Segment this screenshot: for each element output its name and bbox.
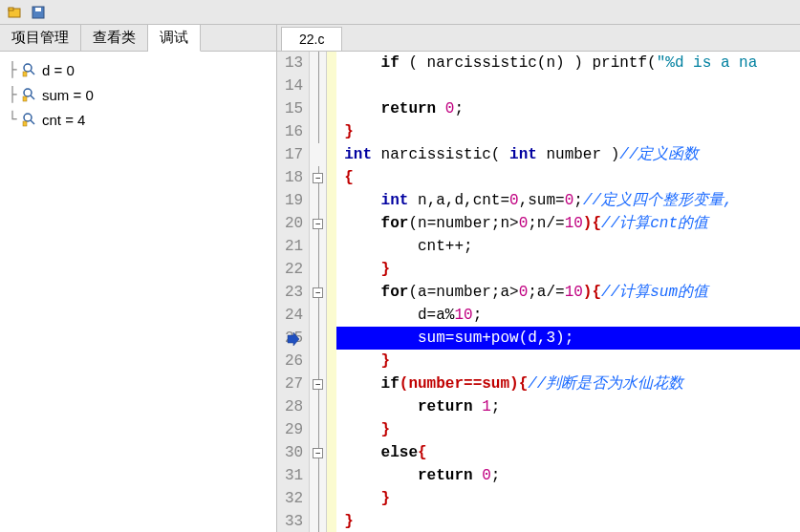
fold-toggle-icon[interactable]: −	[313, 379, 323, 390]
code-line[interactable]: return 0;	[336, 464, 800, 487]
breakpoint-cell[interactable]	[327, 97, 336, 120]
tab-class[interactable]: 查看类	[81, 25, 148, 51]
svg-line-11	[31, 120, 34, 124]
breakpoint-cell[interactable]	[327, 189, 336, 212]
code-line[interactable]: if ( narcissistic(n) ) printf("%d is a n…	[336, 52, 800, 74]
line-number: 25	[285, 327, 303, 350]
fold-cell	[310, 487, 326, 510]
watch-label: cnt = 4	[42, 112, 85, 128]
fold-cell	[310, 258, 326, 281]
watch-icon	[21, 86, 38, 103]
fold-toggle-icon[interactable]: −	[313, 448, 323, 458]
code-area[interactable]: if ( narcissistic(n) ) printf("%d is a n…	[336, 52, 800, 532]
code-line[interactable]: int n,a,d,cnt=0,sum=0;//定义四个整形变量,	[336, 189, 800, 212]
fold-cell	[310, 350, 326, 372]
editor-panel: 22.c 13141516171819202122232425262728293…	[277, 25, 800, 532]
code-line[interactable]: for(a=number;a>0;a/=10){//计算sum的值	[336, 281, 800, 304]
fold-cell	[310, 235, 326, 258]
line-number: 24	[285, 304, 303, 327]
line-number: 15	[285, 97, 303, 120]
breakpoint-cell[interactable]	[327, 212, 336, 235]
fold-cell	[310, 327, 326, 350]
code-line[interactable]: }	[336, 510, 800, 532]
fold-cell	[310, 189, 326, 212]
fold-cell	[310, 304, 326, 327]
code-line[interactable]: for(n=number;n>0;n/=10){//计算cnt的值	[336, 212, 800, 235]
code-line[interactable]: }	[336, 350, 800, 372]
code-line[interactable]: int narcissistic( int number )//定义函数	[336, 143, 800, 166]
line-number: 19	[285, 189, 303, 212]
breakpoint-cell[interactable]	[327, 510, 336, 532]
fold-cell	[310, 97, 326, 120]
line-number: 31	[285, 464, 303, 487]
fold-cell	[310, 464, 326, 487]
code-line[interactable]: }	[336, 487, 800, 510]
breakpoint-cell[interactable]	[327, 74, 336, 97]
code-line[interactable]: return 0;	[336, 97, 800, 120]
svg-rect-12	[23, 121, 27, 126]
fold-cell	[310, 143, 326, 166]
svg-point-10	[24, 114, 32, 121]
breakpoint-cell[interactable]	[327, 258, 336, 281]
breakpoint-cell[interactable]	[327, 143, 336, 166]
line-number: 22	[285, 258, 303, 281]
watch-item[interactable]: ├sum = 0	[2, 82, 274, 107]
breakpoint-column[interactable]	[327, 52, 336, 532]
breakpoint-cell[interactable]	[327, 464, 336, 487]
breakpoint-cell[interactable]	[327, 304, 336, 327]
svg-point-4	[24, 64, 32, 72]
code-line[interactable]: cnt++;	[336, 235, 800, 258]
fold-cell[interactable]: −	[310, 166, 326, 189]
line-number: 27	[285, 372, 303, 395]
fold-toggle-icon[interactable]: −	[313, 287, 323, 298]
code-line[interactable]	[336, 74, 800, 97]
code-line[interactable]: sum=sum+pow(d,3);	[336, 327, 800, 350]
svg-rect-9	[23, 96, 27, 101]
code-line[interactable]: if(number==sum){//判断是否为水仙花数	[336, 372, 800, 395]
breakpoint-cell[interactable]	[327, 281, 336, 304]
file-tab[interactable]: 22.c	[281, 27, 342, 51]
fold-cell[interactable]: −	[310, 441, 326, 464]
open-icon[interactable]	[8, 5, 23, 20]
svg-rect-6	[23, 72, 27, 76]
breakpoint-cell[interactable]	[327, 235, 336, 258]
code-line[interactable]: else{	[336, 441, 800, 464]
watch-item[interactable]: ├d = 0	[2, 57, 274, 82]
code-line[interactable]: return 1;	[336, 395, 800, 418]
current-line-arrow-icon	[287, 330, 300, 344]
fold-cell	[310, 52, 326, 74]
breakpoint-cell[interactable]	[327, 372, 336, 395]
watch-tree: ├d = 0├sum = 0└cnt = 4	[0, 52, 276, 532]
watch-item[interactable]: └cnt = 4	[2, 107, 274, 132]
tree-branch-icon: ├	[4, 86, 21, 103]
code-line[interactable]: }	[336, 418, 800, 441]
tab-project[interactable]: 项目管理	[0, 25, 81, 51]
svg-marker-13	[288, 332, 299, 346]
breakpoint-cell[interactable]	[327, 52, 336, 74]
breakpoint-cell[interactable]	[327, 120, 336, 143]
breakpoint-cell[interactable]	[327, 350, 336, 372]
save-icon[interactable]	[31, 5, 46, 20]
code-line[interactable]: {	[336, 166, 800, 189]
fold-cell[interactable]: −	[310, 212, 326, 235]
breakpoint-cell[interactable]	[327, 418, 336, 441]
line-number: 18	[285, 166, 303, 189]
breakpoint-cell[interactable]	[327, 395, 336, 418]
code-line[interactable]: d=a%10;	[336, 304, 800, 327]
code-line[interactable]: }	[336, 120, 800, 143]
line-number: 21	[285, 235, 303, 258]
breakpoint-cell[interactable]	[327, 441, 336, 464]
fold-cell[interactable]: −	[310, 372, 326, 395]
fold-toggle-icon[interactable]: −	[313, 219, 323, 229]
fold-cell[interactable]: −	[310, 281, 326, 304]
breakpoint-cell[interactable]	[327, 166, 336, 189]
breakpoint-cell[interactable]	[327, 327, 336, 350]
line-number: 16	[285, 120, 303, 143]
code-line[interactable]: }	[336, 258, 800, 281]
breakpoint-cell[interactable]	[327, 487, 336, 510]
tab-debug[interactable]: 调试	[148, 25, 201, 52]
line-number: 28	[285, 395, 303, 418]
code-editor[interactable]: 1314151617181920212223242526272829303132…	[277, 52, 800, 532]
fold-toggle-icon[interactable]: −	[313, 173, 323, 183]
watch-label: d = 0	[42, 62, 75, 78]
